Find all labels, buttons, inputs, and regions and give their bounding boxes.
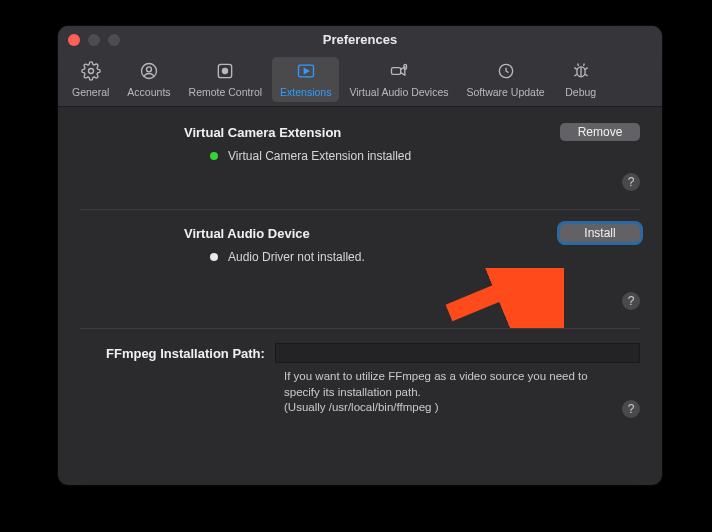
preferences-toolbar: General Accounts Remote Control Extensio… <box>58 53 662 107</box>
tab-extensions[interactable]: Extensions <box>272 57 339 102</box>
install-button[interactable]: Install <box>560 224 640 242</box>
tab-virtual-audio-devices[interactable]: Virtual Audio Devices <box>341 57 456 102</box>
user-icon <box>139 61 159 83</box>
audio-status-text: Audio Driver not installed. <box>228 250 365 264</box>
preferences-window: Preferences General Accounts Remote Cont… <box>58 26 662 485</box>
gear-icon <box>81 61 101 83</box>
ffmpeg-note-2: (Usually /usr/local/bin/ffmpeg ) <box>284 401 438 413</box>
help-button[interactable]: ? <box>622 292 640 310</box>
tab-label: Remote Control <box>189 86 263 98</box>
close-icon[interactable] <box>68 34 80 46</box>
minimize-icon[interactable] <box>88 34 100 46</box>
ffmpeg-label: FFmpeg Installation Path: <box>106 346 265 361</box>
ffmpeg-path-input[interactable] <box>275 343 640 363</box>
tab-label: Debug <box>565 86 596 98</box>
section-virtual-audio: Virtual Audio Device Install Audio Drive… <box>80 224 640 329</box>
tab-label: General <box>72 86 109 98</box>
tab-accounts[interactable]: Accounts <box>119 57 178 102</box>
ffmpeg-note-1: If you want to utilize FFmpeg as a video… <box>284 370 588 398</box>
camera-status-text: Virtual Camera Extension installed <box>228 149 411 163</box>
window-title: Preferences <box>58 32 662 47</box>
tab-label: Accounts <box>127 86 170 98</box>
svg-point-2 <box>146 67 151 72</box>
svg-point-4 <box>223 69 228 74</box>
titlebar: Preferences <box>58 26 662 53</box>
camera-mic-icon <box>389 61 409 83</box>
remote-icon <box>215 61 235 83</box>
tab-software-update[interactable]: Software Update <box>459 57 553 102</box>
tab-remote-control[interactable]: Remote Control <box>181 57 271 102</box>
section-title: Virtual Camera Extension <box>184 125 341 140</box>
tab-debug[interactable]: Debug <box>555 57 607 102</box>
help-button[interactable]: ? <box>622 173 640 191</box>
section-ffmpeg: FFmpeg Installation Path: If you want to… <box>80 343 640 428</box>
svg-point-0 <box>88 69 93 74</box>
section-virtual-camera: Virtual Camera Extension Remove Virtual … <box>80 123 640 210</box>
status-dot-icon <box>210 253 218 261</box>
remove-button[interactable]: Remove <box>560 123 640 141</box>
play-icon <box>296 61 316 83</box>
status-dot-icon <box>210 152 218 160</box>
content-area: Virtual Camera Extension Remove Virtual … <box>58 107 662 485</box>
tab-label: Software Update <box>467 86 545 98</box>
section-title: Virtual Audio Device <box>184 226 310 241</box>
tab-label: Virtual Audio Devices <box>349 86 448 98</box>
tab-label: Extensions <box>280 86 331 98</box>
help-button[interactable]: ? <box>622 400 640 418</box>
window-controls <box>68 34 120 46</box>
bug-icon <box>571 61 591 83</box>
zoom-icon[interactable] <box>108 34 120 46</box>
svg-rect-6 <box>391 68 400 75</box>
update-icon <box>496 61 516 83</box>
tab-general[interactable]: General <box>64 57 117 102</box>
